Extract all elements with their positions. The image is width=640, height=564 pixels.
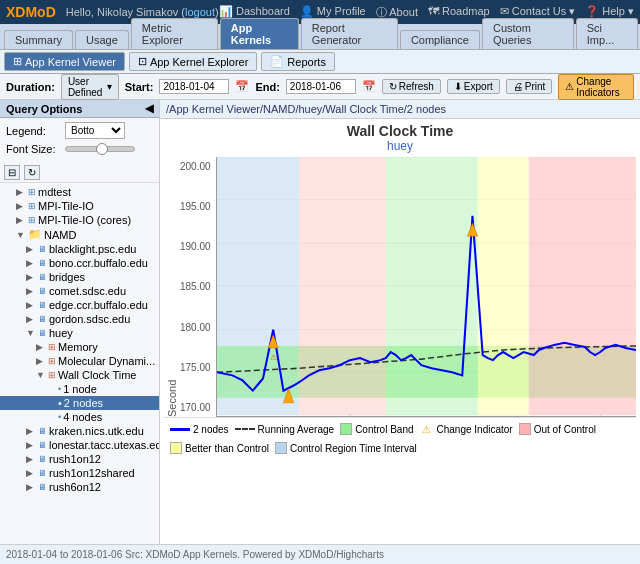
tab-custom-queries[interactable]: Custom Queries xyxy=(482,18,574,49)
toggle-icon: ▶ xyxy=(26,272,36,282)
slider-thumb xyxy=(96,143,108,155)
resource-icon: 🖥 xyxy=(38,482,47,492)
font-size-row: Font Size: xyxy=(6,143,153,155)
tree-item-kraken[interactable]: ▶ 🖥 kraken.nics.utk.edu xyxy=(0,424,159,438)
subtab-app-kernel-viewer[interactable]: ⊞ App Kernel Viewer xyxy=(4,52,125,71)
chart-wrap: Second 200.00 195.00 190.00 185.00 180.0… xyxy=(164,157,636,417)
tree-item-comet[interactable]: ▶ 🖥 comet.sdsc.edu xyxy=(0,284,159,298)
refresh-icon: ↻ xyxy=(389,81,397,92)
tree-item-rush6on12[interactable]: ▶ 🖥 rush6on12 xyxy=(0,480,159,494)
duration-dropdown[interactable]: User Defined ▾ xyxy=(61,74,119,100)
app-kernel-icon: ⊞ xyxy=(28,201,36,211)
reports-icon: 📄 xyxy=(270,55,284,68)
refresh-tree-button[interactable]: ↻ xyxy=(24,165,40,180)
legend-box-control-region xyxy=(275,442,287,454)
refresh-button[interactable]: ↻ Refresh xyxy=(382,79,441,94)
tree-item-bono[interactable]: ▶ 🖥 bono.ccr.buffalo.edu xyxy=(0,256,159,270)
svg-rect-9 xyxy=(529,157,636,415)
tree-item-molecular-dynamics[interactable]: ▶ ⊞ Molecular Dynami... xyxy=(0,354,159,368)
node-icon: • xyxy=(58,397,62,409)
tree-item-gordon[interactable]: ▶ 🖥 gordon.sdsc.edu xyxy=(0,312,159,326)
toolbar: Duration: User Defined ▾ Start: 📅 End: 📅… xyxy=(0,74,640,100)
logout-link[interactable]: logout xyxy=(185,6,215,18)
tree-item-wall-clock-time[interactable]: ▼ ⊞ Wall Clock Time xyxy=(0,368,159,382)
toggle-icon: ▶ xyxy=(26,482,36,492)
tree-item-blacklight[interactable]: ▶ 🖥 blacklight.psc.edu xyxy=(0,242,159,256)
toggle-icon: ▶ xyxy=(26,440,36,450)
print-button[interactable]: 🖨 Print xyxy=(506,79,553,94)
legend-line-running-avg xyxy=(235,428,255,431)
tab-metric-explorer[interactable]: Metric Explorer xyxy=(131,18,218,49)
metric-icon: ⊞ xyxy=(48,370,56,380)
calendar-end-icon[interactable]: 📅 xyxy=(362,80,376,93)
tree-item-edge[interactable]: ▶ 🖥 edge.ccr.buffalo.edu xyxy=(0,298,159,312)
chart-subtitle: huey xyxy=(164,139,636,153)
toggle-icon: ▶ xyxy=(16,215,26,225)
folder-icon: 📁 xyxy=(28,228,42,241)
hello-text: Hello, Nikolay Simakov (logout) xyxy=(66,6,219,18)
tree-item-lonestar[interactable]: ▶ 🖥 lonestar.tacc.utexas.edu xyxy=(0,438,159,452)
subtab-app-kernel-explorer[interactable]: ⊡ App Kernel Explorer xyxy=(129,52,257,71)
legend-label: Legend: xyxy=(6,125,61,137)
tab-report-generator[interactable]: Report Generator xyxy=(301,18,398,49)
y-tick-labels: 200.00 195.00 190.00 185.00 180.00 175.0… xyxy=(178,157,216,417)
font-size-slider[interactable] xyxy=(65,146,135,152)
resource-icon: 🖥 xyxy=(38,258,47,268)
tree-item-memory[interactable]: ▶ ⊞ Memory xyxy=(0,340,159,354)
toggle-icon: ▶ xyxy=(26,468,36,478)
warning-icon: ⚠ xyxy=(565,81,574,92)
tab-app-kernels[interactable]: App Kernels xyxy=(220,18,299,49)
chevron-icon: ▾ xyxy=(107,81,112,92)
start-date-input[interactable] xyxy=(159,79,229,94)
legend-icon-change-indicator: ⚠ xyxy=(420,422,434,436)
tab-usage[interactable]: Usage xyxy=(75,30,129,49)
end-label: End: xyxy=(255,81,279,93)
tree-item-4nodes[interactable]: • 4 nodes xyxy=(0,410,159,424)
app-kernel-icon: ⊞ xyxy=(28,215,36,225)
tab-compliance[interactable]: Compliance xyxy=(400,30,480,49)
tree-item-2nodes[interactable]: • 2 nodes xyxy=(0,396,159,410)
calendar-start-icon[interactable]: 📅 xyxy=(235,80,249,93)
metric-icon: ⊞ xyxy=(48,356,56,366)
nav-roadmap[interactable]: 🗺 Roadmap xyxy=(428,5,490,20)
collapse-icon[interactable]: ◀ xyxy=(145,102,153,115)
resource-icon: 🖥 xyxy=(38,328,47,338)
toggle-icon: ▶ xyxy=(26,454,36,464)
y-axis-label: Second xyxy=(164,157,178,417)
tree-item-rush1on12[interactable]: ▶ 🖥 rush1on12 xyxy=(0,452,159,466)
main-nav: Summary Usage Metric Explorer App Kernel… xyxy=(0,24,640,50)
tree-item-mdtest[interactable]: ▶ ⊞ mdtest xyxy=(0,185,159,199)
query-options-header: Query Options ◀ xyxy=(0,100,159,118)
tree-item-1node[interactable]: • 1 node xyxy=(0,382,159,396)
change-indicators-button[interactable]: ⚠ Change Indicators xyxy=(558,74,634,100)
export-button[interactable]: ⬇ Export xyxy=(447,79,500,94)
tree-item-namd[interactable]: ▼ 📁 NAMD xyxy=(0,227,159,242)
end-date-input[interactable] xyxy=(286,79,356,94)
tree-item-huey[interactable]: ▼ 🖥 huey xyxy=(0,326,159,340)
tab-sci-imp[interactable]: Sci Imp... xyxy=(576,18,638,49)
breadcrumb: /App Kernel Viewer/NAMD/huey/Wall Clock … xyxy=(160,100,640,119)
tree-item-rush1on12shared[interactable]: ▶ 🖥 rush1on12shared xyxy=(0,466,159,480)
tree-item-mpi-tile-io[interactable]: ▶ ⊞ MPI-Tile-IO xyxy=(0,199,159,213)
resource-icon: 🖥 xyxy=(38,468,47,478)
logo: XDMoD xyxy=(6,4,56,20)
legend-select[interactable]: Botto Top Left Right None xyxy=(65,122,125,139)
toggle-icon: ▶ xyxy=(16,201,26,211)
collapse-all-button[interactable]: ⊟ xyxy=(4,165,20,180)
viewer-icon: ⊞ xyxy=(13,55,22,68)
tab-summary[interactable]: Summary xyxy=(4,30,73,49)
toggle-icon: ▶ xyxy=(36,342,46,352)
tree-item-bridges[interactable]: ▶ 🖥 bridges xyxy=(0,270,159,284)
toggle-icon: ▼ xyxy=(16,230,26,240)
sub-nav: ⊞ App Kernel Viewer ⊡ App Kernel Explore… xyxy=(0,50,640,74)
legend-running-avg: Running Average xyxy=(235,422,335,436)
app-kernel-icon: ⊞ xyxy=(28,187,36,197)
resource-icon: 🖥 xyxy=(38,440,47,450)
legend-box-out-of-control xyxy=(519,423,531,435)
subtab-reports[interactable]: 📄 Reports xyxy=(261,52,335,71)
tree-item-mpi-tile-io-cores[interactable]: ▶ ⊞ MPI-Tile-IO (cores) xyxy=(0,213,159,227)
resource-icon: 🖥 xyxy=(38,426,47,436)
chart-inner: ⚠ 5. Jan 7. Jan xyxy=(216,157,636,417)
legend-box-control-band xyxy=(340,423,352,435)
legend-out-of-control: Out of Control xyxy=(519,422,596,436)
